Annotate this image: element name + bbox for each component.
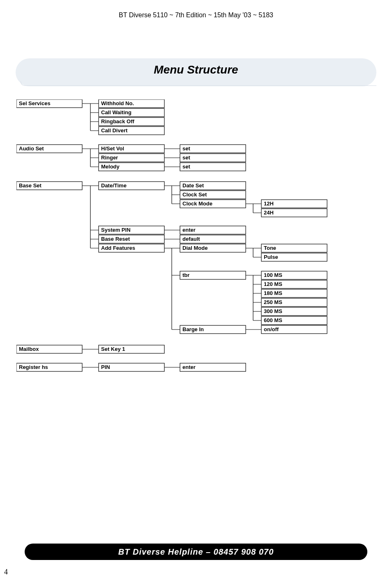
opt-300ms: 300 MS [264,308,282,314]
menu-mailbox: Mailbox [19,346,39,352]
section-title: Menu Structure [16,58,376,81]
menu-register-hs: Register hs [19,364,48,370]
item-date-time: Date/Time [101,182,127,189]
item-pin: PIN [101,364,110,370]
action-enter-pin: enter [182,227,196,233]
item-call-waiting: Call Waiting [101,109,131,115]
item-ringback-off: Ringback Off [101,118,135,124]
title-underline [21,81,376,86]
footer-helpline: BT Diverse Helpline – 08457 908 070 [25,544,367,560]
item-clock-mode: Clock Mode [182,200,212,207]
item-melody: Melody [101,164,120,170]
item-tbr: tbr [182,272,189,278]
item-system-pin: System PIN [101,227,131,233]
menu-tree-diagram: Sel Services Withhold No. Call Waiting R… [16,99,345,408]
action-default: default [182,236,200,242]
item-barge-in: Barge In [182,326,204,332]
item-dial-mode: Dial Mode [182,245,208,251]
opt-tone: Tone [264,245,276,251]
svg-rect-27 [180,271,246,279]
opt-180ms: 180 MS [264,290,282,296]
opt-pulse: Pulse [264,254,278,260]
opt-12h: 12H [264,200,274,207]
opt-120ms: 120 MS [264,281,282,287]
opt-250ms: 250 MS [264,299,282,305]
opt-100ms: 100 MS [264,272,282,278]
item-date-set: Date Set [182,182,204,189]
item-add-features: Add Features [101,245,135,251]
page-header: BT Diverse 5110 ~ 7th Edition ~ 15th May… [25,0,367,19]
item-clock-set: Clock Set [182,191,207,198]
item-base-reset: Base Reset [101,236,130,242]
action-set-1: set [182,145,190,152]
menu-audio-set: Audio Set [19,145,44,152]
item-withhold-no: Withhold No. [101,100,134,106]
item-ringer: Ringer [101,154,118,161]
opt-600ms: 600 MS [264,317,282,323]
opt-24h: 24H [264,210,274,216]
item-call-divert: Call Divert [101,127,128,134]
item-hset-vol: H/Set Vol [101,145,124,152]
item-set-key-1: Set Key 1 [101,346,125,352]
action-set-2: set [182,154,190,161]
action-set-3: set [182,164,190,170]
opt-onoff: on/off [264,326,279,332]
menu-sel-services: Sel Services [19,100,51,106]
page-number: 4 [4,568,8,576]
menu-base-set: Base Set [19,182,42,189]
action-enter-reg: enter [182,364,196,370]
